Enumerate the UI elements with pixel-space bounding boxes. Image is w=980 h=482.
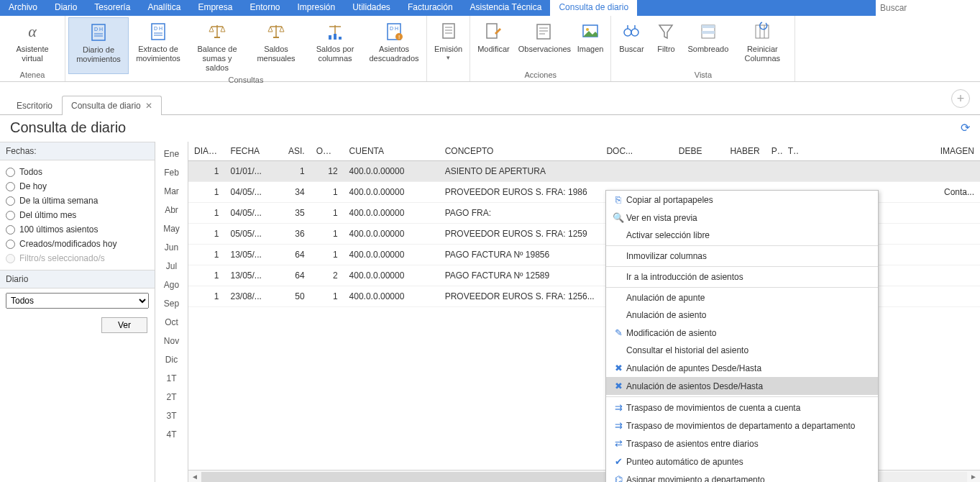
ctx-item-anulaci-n-de-apuntes-desde-hasta[interactable]: ✖Anulación de apuntes Desde/Hasta: [606, 359, 878, 377]
menu-item-facturaci-n[interactable]: Facturación: [399, 0, 462, 16]
ribbon-btn-diario-de-movimientos[interactable]: D HDiario de movimientos: [68, 17, 129, 74]
col-header[interactable]: DOC...: [600, 142, 640, 161]
search-input[interactable]: [876, 0, 980, 16]
period-ene[interactable]: Ene: [155, 145, 188, 163]
menu-item-empresa[interactable]: Empresa: [189, 0, 241, 16]
period-mar[interactable]: Mar: [155, 182, 188, 201]
ribbon-btn-saldos-mensuales[interactable]: Saldos mensuales: [247, 17, 306, 74]
menu-item-anal-tica[interactable]: Analítica: [139, 0, 189, 16]
radio-input[interactable]: [6, 196, 15, 206]
radio-input[interactable]: [6, 168, 15, 177]
cell: 1: [311, 203, 344, 224]
radio-input[interactable]: [6, 182, 15, 191]
tab-strip: EscritorioConsulta de diario✕+: [0, 82, 980, 115]
table-row[interactable]: 101/01/...112400.0.0.00000ASIENTO DE APE…: [188, 161, 980, 182]
col-header[interactable]: DEBE: [640, 142, 707, 161]
period-ago[interactable]: Ago: [155, 276, 188, 294]
ctx-item-traspaso-de-movimientos-de-cuenta-a-cuen[interactable]: ⇉Traspaso de movimientos de cuenta a cue…: [606, 399, 878, 417]
menu-item-entorno[interactable]: Entorno: [241, 0, 288, 16]
period-4t[interactable]: 4T: [155, 425, 188, 444]
period-jun[interactable]: Jun: [155, 238, 188, 257]
ctx-item-anulaci-n-de-asiento[interactable]: Anulación de asiento: [606, 306, 878, 324]
ribbon-btn-observaciones[interactable]: Observaciones: [514, 17, 573, 69]
ctx-item-activar-selecci-n-libre[interactable]: Activar selección libre: [606, 227, 878, 244]
menu-item-consulta-de-diario[interactable]: Consulta de diario: [550, 0, 637, 16]
col-header[interactable]: ASI.: [278, 142, 311, 161]
ctx-item-traspaso-de-movimientos-de-departamento-[interactable]: ⇉Traspaso de movimientos de departamento…: [606, 417, 878, 435]
radio-input[interactable]: [6, 225, 15, 235]
ctx-item-ver-en-vista-previa[interactable]: 🔍Ver en vista previa: [606, 209, 878, 227]
filter-radio-de-hoy[interactable]: De hoy: [6, 179, 149, 194]
col-header[interactable]: T: [782, 142, 799, 161]
ctx-item-ir-a-la-introducci-n-de-asientos[interactable]: Ir a la introducción de asientos: [606, 268, 878, 286]
ctx-item-asignar-movimiento-a-departamento[interactable]: ⌬Asignar movimiento a departamento: [606, 470, 878, 482]
ribbon-btn-label: Emisión: [434, 45, 462, 54]
period-oct[interactable]: Oct: [155, 313, 188, 332]
radio-input[interactable]: [6, 240, 15, 249]
ribbon-btn-label: Modificar: [477, 45, 510, 54]
period-2t[interactable]: 2T: [155, 388, 188, 406]
period-feb[interactable]: Feb: [155, 163, 188, 182]
period-1t[interactable]: 1T: [155, 369, 188, 388]
ctx-item-modificaci-n-de-asiento[interactable]: ✎Modificación de asiento: [606, 324, 878, 342]
ctx-item-anulaci-n-de-asientos-desde-hasta[interactable]: ✖Anulación de asientos Desde/Hasta: [606, 377, 878, 395]
tab-close-icon[interactable]: ✕: [145, 101, 152, 111]
ribbon-btn-reiniciar-columnas[interactable]: Reiniciar Columnas: [733, 17, 792, 69]
ribbon-btn-modificar[interactable]: Modificar: [473, 17, 514, 69]
menu-item-archivo[interactable]: Archivo: [0, 0, 46, 16]
ribbon-btn-filtro[interactable]: Filtro: [649, 17, 683, 69]
menu-item-asistencia-t-cnica[interactable]: Asistencia Técnica: [462, 0, 551, 16]
refresh-icon[interactable]: ⟳: [961, 121, 970, 135]
col-header[interactable]: FECHA: [224, 142, 277, 161]
filter-radio-del-ltimo-mes[interactable]: Del último mes: [6, 208, 149, 222]
col-header[interactable]: ORD.: [311, 142, 344, 161]
ribbon-btn-saldos-por-columnas[interactable]: Saldos por columnas: [306, 17, 365, 74]
filter-radio-de-la-ltima-semana[interactable]: De la última semana: [6, 194, 149, 208]
tab-consulta-de-diario[interactable]: Consulta de diario✕: [62, 96, 162, 115]
scroll-right-arrow[interactable]: ►: [967, 473, 980, 481]
ctx-item-anulaci-n-de-apunte[interactable]: Anulación de apunte: [606, 289, 878, 306]
ribbon-btn-emisi-n[interactable]: Emisión▾: [430, 17, 467, 78]
period-jul[interactable]: Jul: [155, 257, 188, 276]
period-may[interactable]: May: [155, 219, 188, 238]
period-sep[interactable]: Sep: [155, 294, 188, 313]
radio-input[interactable]: [6, 211, 15, 220]
col-header[interactable]: CONCEPTO: [439, 142, 601, 161]
menu-item-tesorer-a[interactable]: Tesorería: [86, 0, 139, 16]
ribbon-btn-asientos-descuadrados[interactable]: D H!Asientos descuadrados: [365, 17, 423, 74]
filter-radio-creados-modificados-hoy[interactable]: Creados/modificados hoy: [6, 237, 149, 251]
ctx-item-inmovilizar-columnas[interactable]: Inmovilizar columnas: [606, 247, 878, 265]
period-dic[interactable]: Dic: [155, 350, 188, 369]
ribbon-btn-imagen[interactable]: Imagen: [573, 17, 608, 69]
ctx-item-punteo-autom-tico-de-apuntes[interactable]: ✔Punteo automático de apuntes: [606, 453, 878, 470]
menu-item-utilidades[interactable]: Utilidades: [344, 0, 399, 16]
col-header[interactable]: P: [766, 142, 782, 161]
period-3t[interactable]: 3T: [155, 406, 188, 425]
add-tab-button[interactable]: +: [951, 89, 970, 108]
scroll-thumb[interactable]: [201, 472, 661, 482]
doc-dh-icon: D H: [87, 21, 110, 44]
period-abr[interactable]: Abr: [155, 201, 188, 219]
tab-escritorio[interactable]: Escritorio: [7, 96, 62, 115]
col-header[interactable]: HABER: [707, 142, 765, 161]
ribbon-btn-balance-de-sumas-y-saldos[interactable]: Balance de sumas y saldos: [188, 17, 247, 74]
col-header[interactable]: DIAR...: [188, 142, 224, 161]
period-nov[interactable]: Nov: [155, 332, 188, 350]
ctx-item-traspaso-de-asientos-entre-diarios[interactable]: ⇄Traspaso de asientos entre diarios: [606, 435, 878, 453]
ribbon-btn-buscar[interactable]: Buscar: [614, 17, 649, 69]
ribbon-btn-extracto-de-movimientos[interactable]: D HExtracto de movimientos: [129, 17, 188, 74]
filter-radio--ltimos-asientos[interactable]: 100 últimos asientos: [6, 222, 149, 237]
diario-select[interactable]: Todos: [6, 293, 149, 309]
ribbon-btn-asistente-virtual[interactable]: αAsistente virtual: [3, 17, 62, 69]
ctx-item-copiar-al-portapapeles[interactable]: ⎘Copiar al portapapeles: [606, 191, 878, 209]
filter-radio-todos[interactable]: Todos: [6, 165, 149, 179]
ribbon-btn-sombreado[interactable]: Sombreado: [683, 17, 733, 69]
menu-item-diario[interactable]: Diario: [46, 0, 86, 16]
ver-button[interactable]: Ver: [101, 317, 147, 333]
ribbon-btn-label: Diario de movimientos: [73, 45, 124, 64]
scroll-left-arrow[interactable]: ◄: [188, 473, 201, 481]
ctx-item-consultar-el-historial-del-asiento[interactable]: Consultar el historial del asiento: [606, 342, 878, 359]
col-header[interactable]: CUENTA: [344, 142, 439, 161]
menu-item-impresi-n[interactable]: Impresión: [288, 0, 344, 16]
col-header[interactable]: IMAGEN: [799, 142, 980, 161]
